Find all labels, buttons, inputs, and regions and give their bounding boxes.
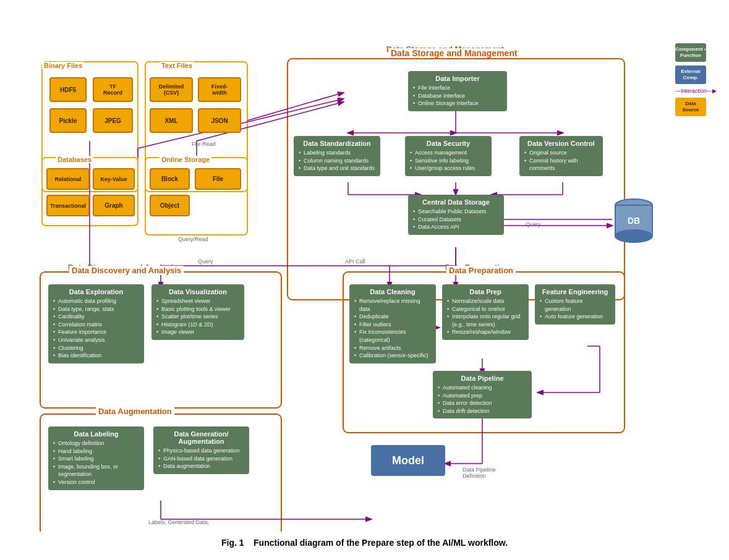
data-labeling-bullets: Ontology definition Hand labeling Smart … <box>53 439 139 486</box>
data-labeling-title: Data Labeling <box>53 430 139 438</box>
data-prep-box: Data Prep Normalize/scale data Categoric… <box>442 284 529 340</box>
ds-tf-record: TFRecord <box>93 77 133 102</box>
data-security-title: Data Security <box>410 140 487 147</box>
svg-text:DB: DB <box>628 216 640 226</box>
ds-object: Object <box>150 195 190 216</box>
data-importer-title: Data Importer <box>413 75 502 82</box>
data-visualization-bullets: Spreadsheet viewer Basic plotting tools … <box>156 297 239 336</box>
legend-datasource-label: DataSource <box>682 101 699 112</box>
data-standardization-box: Data Standardization Labeling standards … <box>294 136 380 176</box>
data-standardization-title: Data Standardization <box>299 140 375 147</box>
labels-generated-label: Labels, Generated Data, <box>148 519 209 525</box>
augmentation-section-title: Data Augmentation <box>96 407 174 416</box>
data-version-control-title: Data Version Control <box>524 140 598 147</box>
ds-fixed-width: Fixed-width <box>198 77 241 102</box>
text-files-label: Text Files <box>160 62 194 69</box>
central-data-storage-box: Central Data Storage Searchable Public D… <box>408 195 504 235</box>
diagram-container: Data Storage and Management Data Discove… <box>0 0 729 532</box>
data-visualization-box: Data Visualization Spreadsheet viewer Ba… <box>151 284 244 340</box>
data-cleaning-box: Data Cleaning Remove/replace missing dat… <box>349 284 436 363</box>
feature-engineering-title: Feature Engineering <box>540 288 610 295</box>
figure-caption: Fig. 1 Functional diagram of the Prepare… <box>0 532 729 554</box>
query-label1: Query <box>198 258 213 265</box>
ds-file: File <box>195 168 241 190</box>
ds-block: Block <box>150 168 190 190</box>
legend-datasource: DataSource <box>675 98 717 116</box>
ds-relational: Relational <box>46 168 90 190</box>
online-storage-label: Online Storage <box>160 156 211 163</box>
data-generation-title: Data Generation/ Augmentation <box>158 430 244 445</box>
data-generation-bullets: Physics-based data generation GAN-based … <box>158 447 244 470</box>
file-read-label: File Read <box>192 141 216 147</box>
ds-jpeg: JPEG <box>93 108 133 133</box>
data-pipeline-title: Data Pipeline <box>438 375 527 382</box>
svg-point-48 <box>615 230 652 242</box>
data-version-control-box: Data Version Control Original source Com… <box>519 136 603 176</box>
ds-delimited-csv: Delimited(CSV) <box>150 77 193 102</box>
model-box: Model <box>371 445 445 476</box>
data-prep-bullets: Normalize/scale data Categorical to oneh… <box>447 297 524 336</box>
storage-section-title: Data Storage and Management <box>388 48 520 58</box>
figure-label: Fig. 1 <box>221 538 244 548</box>
preparation-section-title: Data Preparation <box>446 266 516 275</box>
query-db-label: Query <box>526 221 541 227</box>
data-prep-title: Data Prep <box>447 288 524 295</box>
data-security-box: Data Security Access management Sensitiv… <box>405 136 492 176</box>
data-importer-bullets: File Interface Database Interface Online… <box>413 84 502 108</box>
figure-title: Functional diagram of the Prepare step o… <box>254 538 508 548</box>
data-pipeline-box: Data Pipeline Automated cleaning Automat… <box>433 371 532 418</box>
data-pipeline-bullets: Automated cleaning Automated prep Data e… <box>438 384 527 415</box>
data-exploration-title: Data Exploration <box>53 288 139 295</box>
central-data-storage-bullets: Searchable Public Datasets Curated Datas… <box>413 208 499 231</box>
databases-label: Databases <box>56 156 93 163</box>
legend-external-box: External Comp. <box>675 66 706 84</box>
discovery-section-title: Data Discovery and Analysis <box>69 266 184 275</box>
db-cylinder-svg: DB <box>612 198 655 247</box>
api-call-label: API Call <box>345 258 365 265</box>
legend-external-label: External Comp. <box>675 69 706 80</box>
data-exploration-bullets: Automatic data profiling Data type, rang… <box>53 297 139 360</box>
data-exploration-box: Data Exploration Automatic data profilin… <box>48 284 144 363</box>
binary-files-label: Binary Files <box>42 62 84 69</box>
ds-graph: Graph <box>93 195 135 216</box>
ds-pickle: Pickle <box>49 108 87 133</box>
ds-hdf5: HDF5 <box>49 77 87 102</box>
data-importer-box: Data Importer File Interface Database In… <box>408 71 507 111</box>
data-generation-box: Data Generation/ Augmentation Physics-ba… <box>153 426 249 474</box>
feature-engineering-bullets: Custom feature generation Auto feature g… <box>540 297 610 321</box>
feature-engineering-box: Feature Engineering Custom feature gener… <box>535 284 615 325</box>
data-labeling-box: Data Labeling Ontology definition Hand l… <box>48 426 144 490</box>
legend-datasource-box: DataSource <box>675 98 706 116</box>
data-pipeline-def-label: Data PipelineDefinition <box>463 467 496 479</box>
data-cleaning-title: Data Cleaning <box>354 288 431 295</box>
data-visualization-title: Data Visualization <box>156 288 239 295</box>
central-data-storage-title: Central Data Storage <box>413 198 499 206</box>
db-container: DB <box>612 198 655 250</box>
svg-line-8 <box>247 93 343 121</box>
legend-external: External Comp. <box>675 66 717 84</box>
ds-transactional: Transactional <box>46 195 90 216</box>
data-security-bullets: Access management Sensitive info labelin… <box>410 149 487 172</box>
legend-component-box: Component • Function <box>675 43 706 62</box>
legend-interaction: —Interaction—▶ <box>675 88 717 94</box>
legend-component: Component • Function <box>675 43 717 62</box>
ds-json: JSON <box>198 108 241 133</box>
query-read-label: Query/Read <box>178 236 208 242</box>
model-label: Model <box>392 454 424 467</box>
legend-interaction-label: —Interaction—▶ <box>675 88 717 94</box>
legend-component-label: Component • Function <box>675 46 706 58</box>
data-version-control-bullets: Original source Commit history with comm… <box>524 149 598 172</box>
data-cleaning-bullets: Remove/replace missing data Deduplicate … <box>354 297 431 360</box>
ds-xml: XML <box>150 108 193 133</box>
data-standardization-bullets: Labeling standards Column naming standar… <box>299 149 375 172</box>
ds-key-value: Key-Value <box>93 168 135 190</box>
legend: Component • Function External Comp. —Int… <box>675 43 717 116</box>
